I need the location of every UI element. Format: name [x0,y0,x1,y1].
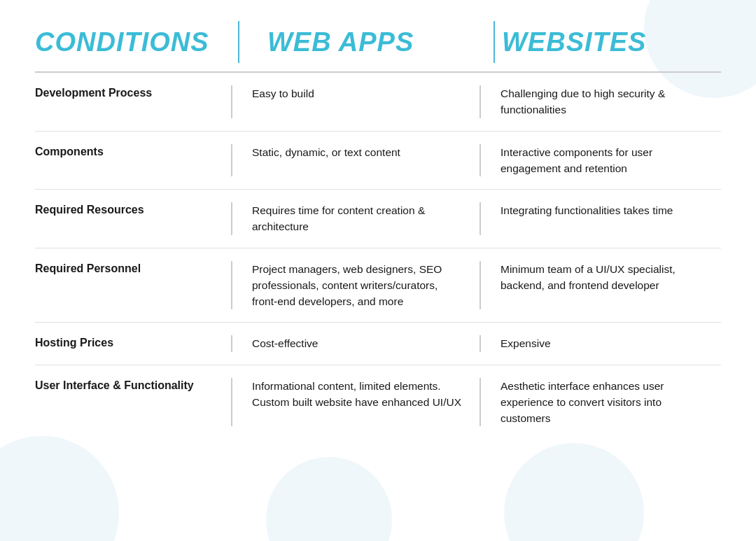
table-row: Components Static, dynamic, or text cont… [35,132,721,190]
table-row: Hosting Prices Cost-effective Expensive [35,323,721,365]
table-row: Required Personnel Project managers, web… [35,248,721,323]
table-row: Development Process Easy to build Challe… [35,73,721,132]
cell-website-3: Minimum team of a UI/UX specialist, back… [481,261,721,294]
cell-webapp-4: Cost-effective [232,335,479,351]
header-row: CONDITIONS WEB APPS WEBSITES [35,21,721,73]
conditions-heading: CONDITIONS [35,27,209,57]
cell-webapp-1: Static, dynamic, or text content [232,144,479,160]
cell-condition-1: Components [35,144,231,160]
cell-webapp-0: Easy to build [232,85,479,101]
cell-webapp-5: Informational content, limited elements.… [232,378,479,411]
cell-website-5: Aesthetic interface enhances user experi… [481,378,721,427]
table-row: User Interface & Functionality Informati… [35,365,721,440]
websites-heading: WEBSITES [502,27,646,57]
cell-condition-0: Development Process [35,85,231,101]
header-divider-2 [493,21,495,63]
header-webapps: WEB APPS [246,27,486,57]
cell-website-2: Integrating functionalities takes time [481,202,721,218]
cell-webapp-3: Project managers, web designers, SEO pro… [232,261,479,310]
table-row: Required Resources Requires time for con… [35,190,721,248]
cell-website-0: Challenging due to high security & funct… [481,85,721,118]
table-body: Development Process Easy to build Challe… [35,73,721,439]
cell-condition-3: Required Personnel [35,261,231,276]
webapps-heading: WEB APPS [267,27,414,57]
cell-condition-4: Hosting Prices [35,335,231,351]
cell-condition-2: Required Resources [35,202,231,218]
cell-website-1: Interactive components for user engageme… [481,144,721,177]
cell-webapp-2: Requires time for content creation & arc… [232,202,479,235]
header-divider-1 [238,21,239,63]
cell-condition-5: User Interface & Functionality [35,378,231,393]
main-container: CONDITIONS WEB APPS WEBSITES Development… [0,0,756,541]
header-websites: WEBSITES [502,27,721,57]
header-conditions: CONDITIONS [35,27,231,57]
cell-website-4: Expensive [481,335,721,351]
